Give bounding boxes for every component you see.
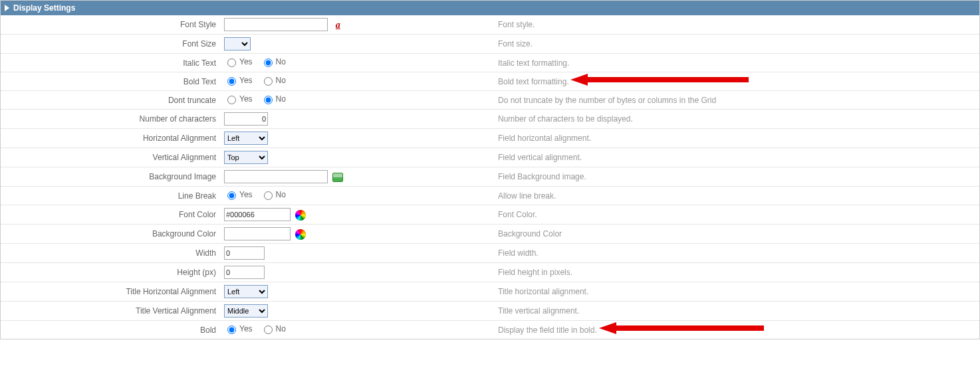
label-thalign: Title Horizontal Alignment: [1, 282, 220, 302]
radio-tbold-yes[interactable]: [227, 325, 236, 334]
row-linebreak: Line Break Yes No Allow line break.: [1, 187, 979, 205]
radio-label-yes: Yes: [239, 57, 253, 66]
row-font-style: Font Style a Font style.: [1, 15, 979, 35]
row-tvalign: Title Vertical Alignment Middle Title ve…: [1, 302, 979, 321]
label-height: Height (px): [1, 263, 220, 282]
radio-label-no: No: [276, 94, 286, 104]
input-width[interactable]: [224, 246, 265, 260]
label-fontcolor: Font Color: [1, 205, 220, 225]
label-valign: Vertical Alignment: [1, 148, 220, 167]
desc-title-bold-text: Display the field title in bold.: [498, 325, 597, 335]
display-settings-panel: Display Settings Font Style a Font style…: [0, 0, 980, 339]
desc-bgcolor: Background Color: [494, 225, 979, 244]
svg-marker-1: [599, 322, 764, 334]
collapse-icon: [5, 5, 9, 11]
desc-bgimg: Field Background image.: [494, 167, 979, 187]
radio-truncate-yes[interactable]: [227, 96, 236, 104]
label-truncate: Dont truncate: [1, 91, 220, 110]
font-picker-icon[interactable]: a: [332, 20, 343, 31]
color-picker-icon[interactable]: [295, 210, 306, 221]
desc-fontcolor: Font Color.: [494, 205, 979, 225]
desc-width: Field width.: [494, 244, 979, 263]
input-numchars[interactable]: [224, 112, 268, 126]
radio-linebreak-yes[interactable]: [227, 191, 236, 200]
label-font-style: Font Style: [1, 15, 220, 35]
radio-bold-no[interactable]: [264, 77, 273, 86]
panel-title: Display Settings: [13, 3, 75, 13]
desc-bold-text: Bold text formatting.: [498, 77, 569, 86]
label-bgcolor: Background Color: [1, 225, 220, 244]
label-italic: Italic Text: [1, 54, 220, 72]
desc-linebreak: Allow line break.: [494, 187, 979, 205]
row-thalign: Title Horizontal Alignment Left Title ho…: [1, 282, 979, 302]
desc-italic: Italic text formatting.: [494, 54, 979, 72]
input-height[interactable]: [224, 266, 265, 279]
label-title-bold: Bold: [1, 321, 220, 339]
settings-table: Font Style a Font style. Font Size Font …: [1, 15, 979, 339]
radio-linebreak-no[interactable]: [264, 191, 273, 200]
radio-tbold-no[interactable]: [264, 325, 273, 334]
label-halign: Horizontal Alignment: [1, 129, 220, 148]
radio-label-yes: Yes: [239, 324, 253, 333]
row-title-bold: Bold Yes No Display the field title in b…: [1, 321, 979, 339]
input-fontcolor[interactable]: [224, 208, 291, 221]
desc-valign: Field vertical alignment.: [494, 148, 979, 167]
row-italic: Italic Text Yes No Italic text formattin…: [1, 54, 979, 72]
label-width: Width: [1, 244, 220, 263]
desc-halign: Field horizontal alignment.: [494, 129, 979, 148]
row-truncate: Dont truncate Yes No Do not truncate by …: [1, 91, 979, 110]
desc-title-bold: Display the field title in bold.: [494, 321, 979, 339]
radio-label-yes: Yes: [239, 94, 253, 104]
desc-tvalign: Title vertical alignment.: [494, 302, 979, 321]
radio-truncate-no[interactable]: [264, 96, 273, 104]
svg-marker-0: [570, 74, 749, 86]
desc-bold: Bold text formatting.: [494, 72, 979, 91]
label-bgimg: Background Image: [1, 167, 220, 187]
radio-label-no: No: [276, 57, 286, 66]
select-halign[interactable]: Left: [224, 132, 268, 145]
panel-header[interactable]: Display Settings: [1, 1, 979, 15]
radio-italic-yes[interactable]: [227, 58, 236, 67]
radio-bold-yes[interactable]: [227, 77, 236, 86]
row-bold: Bold Text Yes No Bold text formatting.: [1, 72, 979, 91]
row-height: Height (px) Field height in pixels.: [1, 263, 979, 282]
input-bgimg[interactable]: [224, 170, 328, 183]
annotation-arrow-icon: [570, 74, 750, 87]
label-font-size: Font Size: [1, 35, 220, 54]
row-width: Width Field width.: [1, 244, 979, 263]
desc-numchars: Number of characters to be displayed.: [494, 110, 979, 129]
radio-label-no: No: [276, 76, 286, 85]
label-bold: Bold Text: [1, 72, 220, 91]
annotation-arrow-icon: [599, 322, 765, 335]
radio-label-no: No: [276, 190, 286, 199]
label-numchars: Number of characters: [1, 110, 220, 129]
label-linebreak: Line Break: [1, 187, 220, 205]
radio-label-no: No: [276, 324, 286, 333]
row-bgcolor: Background Color Background Color: [1, 225, 979, 244]
select-valign[interactable]: Top: [224, 151, 268, 164]
radio-italic-no[interactable]: [264, 58, 273, 67]
radio-label-yes: Yes: [239, 76, 253, 85]
desc-font-style: Font style.: [494, 15, 979, 35]
select-tvalign[interactable]: Middle: [224, 304, 268, 318]
select-font-size[interactable]: [224, 37, 251, 50]
label-tvalign: Title Vertical Alignment: [1, 302, 220, 321]
color-picker-icon[interactable]: [295, 229, 306, 240]
row-fontcolor: Font Color Font Color.: [1, 205, 979, 225]
desc-height: Field height in pixels.: [494, 263, 979, 282]
radio-label-yes: Yes: [239, 190, 253, 199]
desc-thalign: Title horizontal alignment.: [494, 282, 979, 302]
row-halign: Horizontal Alignment Left Field horizont…: [1, 129, 979, 148]
desc-truncate: Do not truncate by the number of bytes o…: [494, 91, 979, 110]
input-bgcolor[interactable]: [224, 227, 291, 240]
row-valign: Vertical Alignment Top Field vertical al…: [1, 148, 979, 167]
row-bgimg: Background Image Field Background image.: [1, 167, 979, 187]
desc-font-size: Font size.: [494, 35, 979, 54]
row-font-size: Font Size Font size.: [1, 35, 979, 54]
select-thalign[interactable]: Left: [224, 285, 268, 298]
row-numchars: Number of characters Number of character…: [1, 110, 979, 129]
input-font-style[interactable]: [224, 18, 328, 31]
image-picker-icon[interactable]: [332, 173, 343, 182]
